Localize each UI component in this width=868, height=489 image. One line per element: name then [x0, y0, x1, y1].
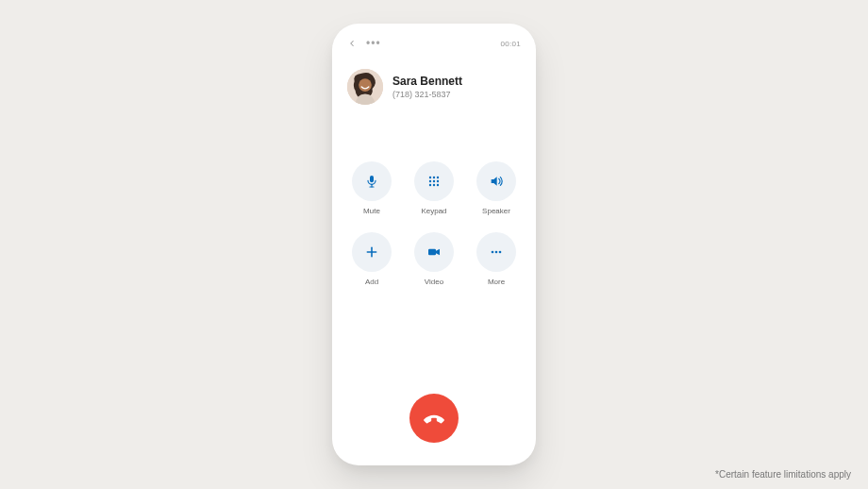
svg-point-8 [429, 180, 431, 182]
svg-point-1 [359, 78, 372, 92]
mute-button[interactable]: Mute [352, 161, 392, 215]
speaker-label: Speaker [482, 207, 510, 215]
video-label: Video [425, 278, 443, 286]
end-call-button[interactable] [409, 394, 459, 443]
more-horizontal-icon[interactable]: ••• [366, 38, 381, 49]
phone-hangup-icon [422, 406, 446, 430]
keypad-button[interactable]: Keypad [414, 161, 454, 215]
svg-point-19 [499, 251, 502, 254]
topbar-left: ••• [347, 38, 381, 49]
video-icon [426, 244, 442, 260]
back-icon[interactable] [347, 39, 357, 48]
more-label: More [488, 278, 505, 286]
svg-point-11 [429, 184, 431, 186]
plus-icon [364, 244, 379, 260]
svg-rect-16 [428, 249, 436, 256]
svg-point-9 [433, 180, 435, 182]
svg-point-7 [437, 177, 439, 178]
svg-point-17 [492, 251, 494, 254]
add-label: Add [365, 278, 378, 286]
svg-rect-2 [370, 176, 374, 182]
keypad-label: Keypad [421, 207, 446, 215]
end-call-row [347, 394, 521, 443]
speaker-icon [489, 174, 504, 189]
more-icon [489, 244, 504, 260]
call-actions: Mute Keypad [347, 161, 521, 286]
mute-label: Mute [363, 207, 380, 215]
phone-frame: ••• 00:01 Sara Bennett (718) 321-5837 [332, 24, 536, 465]
mic-icon [364, 174, 379, 189]
caller-phone: (718) 321-5837 [392, 90, 462, 99]
svg-point-10 [437, 180, 439, 182]
svg-point-18 [495, 251, 498, 254]
call-timer: 00:01 [500, 40, 521, 48]
caller-info: Sara Bennett (718) 321-5837 [347, 69, 521, 105]
footnote: *Certain feature limitations apply [715, 469, 851, 480]
add-button[interactable]: Add [352, 232, 392, 286]
caller-name: Sara Bennett [392, 75, 462, 88]
topbar: ••• 00:01 [347, 37, 521, 50]
video-button[interactable]: Video [414, 232, 454, 286]
svg-point-13 [437, 184, 439, 186]
more-button[interactable]: More [476, 232, 516, 286]
svg-point-6 [433, 177, 435, 178]
svg-point-5 [429, 177, 431, 178]
avatar [347, 69, 383, 105]
svg-point-12 [433, 184, 435, 186]
caller-text: Sara Bennett (718) 321-5837 [392, 75, 462, 99]
speaker-button[interactable]: Speaker [476, 161, 516, 215]
keypad-icon [426, 174, 442, 189]
